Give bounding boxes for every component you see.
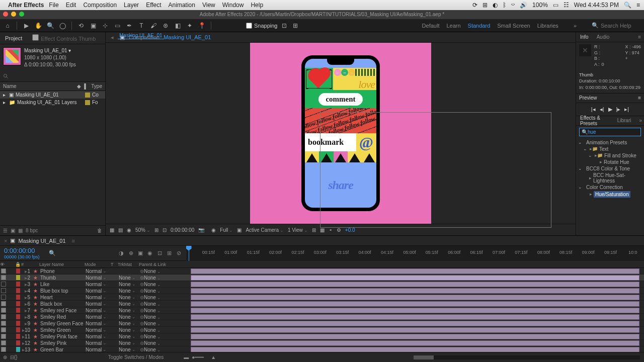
col-tag-icon[interactable]: ◆ bbox=[77, 83, 84, 89]
workspace-item[interactable]: Default bbox=[422, 23, 440, 29]
menubar-item[interactable]: Effect bbox=[146, 2, 161, 9]
workspace-item[interactable]: Learn bbox=[446, 23, 460, 29]
layer-bar[interactable] bbox=[191, 340, 639, 346]
clone-tool-icon[interactable]: ⊛ bbox=[161, 21, 170, 30]
workspace-item[interactable]: Libraries bbox=[537, 23, 558, 29]
bluetooth-icon[interactable]: ᛒ bbox=[503, 2, 506, 9]
effects-tree-node[interactable]: ⌄ Animation Presets bbox=[578, 139, 642, 146]
col-label-icon[interactable]: ▌ bbox=[84, 83, 91, 89]
pan-behind-tool-icon[interactable]: ⊹ bbox=[101, 21, 110, 30]
nav-back-icon[interactable]: ◂ bbox=[109, 34, 116, 41]
exposure-value[interactable]: +0.0 bbox=[345, 227, 355, 233]
tab-preview[interactable]: Preview bbox=[579, 95, 597, 101]
zoom-tool-icon[interactable]: 🔍 bbox=[46, 21, 55, 30]
notifications-icon[interactable]: ≡ bbox=[636, 2, 640, 9]
layer-bar[interactable] bbox=[191, 288, 639, 294]
tab-info[interactable]: Info bbox=[576, 33, 593, 41]
spotlight-icon[interactable]: 🔍 bbox=[624, 2, 631, 9]
eraser-tool-icon[interactable]: ◧ bbox=[173, 21, 182, 30]
mask-icon[interactable]: ◉ bbox=[127, 227, 131, 233]
search-help[interactable]: 🔍 bbox=[592, 22, 641, 29]
tl-tool-icon[interactable]: ◑ bbox=[118, 250, 125, 257]
roi-icon[interactable]: ▣ bbox=[237, 227, 242, 233]
vf-icon[interactable]: ⊞ bbox=[312, 227, 316, 233]
comp-tab[interactable]: Masking UI_AE_01 bbox=[118, 32, 164, 39]
project-thumbnail[interactable] bbox=[3, 47, 21, 65]
layer-bar[interactable] bbox=[191, 327, 639, 333]
effects-tree-node[interactable]: ▸ BCC Hue-Sat-Lightness bbox=[578, 172, 642, 184]
tl-tool-icon[interactable]: ⊕ bbox=[127, 250, 134, 257]
tl-foot-icon[interactable]: ⊟ bbox=[10, 354, 14, 360]
wifi-icon[interactable]: ⌔ bbox=[511, 2, 515, 9]
camera-dropdown[interactable]: Active Camera bbox=[246, 227, 284, 233]
battery-percent[interactable]: 100% bbox=[532, 2, 548, 9]
tab-libraries[interactable]: Librari bbox=[613, 116, 635, 125]
res-icon[interactable]: ⊞ bbox=[154, 227, 158, 233]
battery-icon[interactable]: ▭ bbox=[553, 2, 558, 9]
layer-bar[interactable] bbox=[191, 268, 639, 274]
col-visibility-icon[interactable]: 👁 bbox=[0, 261, 15, 267]
layer-bar[interactable] bbox=[191, 308, 639, 313]
prev-frame-icon[interactable]: ◂| bbox=[600, 106, 604, 113]
menubar-item[interactable]: Edit bbox=[66, 2, 76, 9]
camera-tool-icon[interactable]: ▣ bbox=[89, 21, 98, 30]
home-icon[interactable]: ⌂ bbox=[3, 21, 12, 30]
effects-tree-node[interactable]: ⌄▸📁 Fill and Stroke bbox=[578, 152, 642, 159]
snap-opt-icon[interactable]: ⊞ bbox=[291, 21, 300, 30]
effects-tree-node[interactable]: ▸ Rotate Hue bbox=[578, 159, 642, 165]
orbit-tool-icon[interactable]: ◯ bbox=[58, 21, 67, 30]
timecode[interactable]: 0:00:00:00 bbox=[171, 227, 194, 233]
toggle-switches[interactable]: Toggle Switches / Modes bbox=[108, 354, 164, 360]
tl-tool-icon[interactable]: ▣ bbox=[137, 250, 144, 257]
type-tool-icon[interactable]: T bbox=[137, 21, 146, 30]
effects-tree-node[interactable]: ⌄ Color Correction bbox=[578, 184, 642, 191]
first-frame-icon[interactable]: |◂ bbox=[591, 106, 596, 113]
effects-tree-node[interactable]: ⌄▸📁 Text bbox=[578, 146, 642, 152]
menubar-item[interactable]: View bbox=[202, 2, 215, 9]
layer-bar[interactable] bbox=[191, 314, 639, 320]
volume-icon[interactable]: 🔊 bbox=[520, 2, 527, 9]
menubar-item[interactable]: Layer bbox=[124, 2, 139, 9]
zoom-slider[interactable]: ●━━━ bbox=[192, 354, 204, 360]
col-type[interactable]: Type bbox=[91, 83, 102, 89]
panel-overflow-icon[interactable]: » bbox=[635, 116, 644, 125]
close-tab-icon[interactable]: × bbox=[4, 238, 7, 244]
menubar-item[interactable]: Window bbox=[222, 2, 244, 9]
last-frame-icon[interactable]: ▸| bbox=[624, 106, 629, 113]
menubar-item[interactable]: File bbox=[49, 2, 58, 9]
viewer-area[interactable]: •• •• •• love comment follow.follow.foll… bbox=[106, 43, 576, 224]
grid-icon[interactable]: ▦ bbox=[110, 227, 114, 233]
menubar-item[interactable]: Help bbox=[251, 2, 263, 9]
tl-tool-icon[interactable]: ⊡ bbox=[156, 250, 163, 257]
transparent-icon[interactable]: ▤ bbox=[118, 227, 123, 233]
zoom-dropdown[interactable]: 50% bbox=[135, 227, 150, 233]
timeline-search-icon[interactable]: 🔍 bbox=[49, 250, 56, 256]
project-item[interactable]: ▸▣Masking UI_AE_01Co bbox=[0, 91, 105, 99]
selection-tool-icon[interactable]: ▶ bbox=[22, 21, 31, 30]
app-name[interactable]: After Effects bbox=[8, 2, 44, 9]
bpc-button[interactable]: 8 bpc bbox=[26, 228, 38, 233]
timeline-scrollbar[interactable] bbox=[414, 355, 640, 359]
workspace-overflow-icon[interactable]: » bbox=[574, 23, 577, 29]
new-folder-icon[interactable]: ▣ bbox=[11, 228, 15, 233]
next-frame-icon[interactable]: |▸ bbox=[616, 106, 621, 113]
vf-icon[interactable]: ▦ bbox=[320, 227, 325, 233]
brush-tool-icon[interactable]: 🖌 bbox=[149, 21, 158, 30]
clock[interactable]: Wed 4:44:53 PM bbox=[574, 2, 619, 9]
layer-bar[interactable] bbox=[191, 282, 639, 287]
effects-tree-node[interactable]: ⌄ BCC8 Color & Tone bbox=[578, 165, 642, 172]
resolution-dropdown[interactable]: Full bbox=[220, 227, 233, 233]
hand-tool-icon[interactable]: ✋ bbox=[34, 21, 43, 30]
shape-tool-icon[interactable]: ▭ bbox=[113, 21, 122, 30]
workspace-item[interactable]: Small Screen bbox=[497, 23, 530, 29]
rotate-tool-icon[interactable]: ⟲ bbox=[76, 21, 86, 30]
search-help-input[interactable] bbox=[601, 23, 641, 29]
menubar-icon[interactable]: ⊞ bbox=[482, 2, 488, 9]
col-name[interactable]: Name bbox=[3, 83, 77, 89]
project-item[interactable]: ▸📁Masking UI_AE_01 LayersFo bbox=[0, 99, 105, 106]
playhead[interactable] bbox=[189, 246, 189, 261]
tab-project[interactable]: Project bbox=[0, 33, 27, 43]
snapping-checkbox[interactable] bbox=[246, 23, 252, 29]
zoom-out-icon[interactable]: ▬ bbox=[184, 354, 189, 360]
tab-audio[interactable]: Audio bbox=[593, 33, 614, 41]
